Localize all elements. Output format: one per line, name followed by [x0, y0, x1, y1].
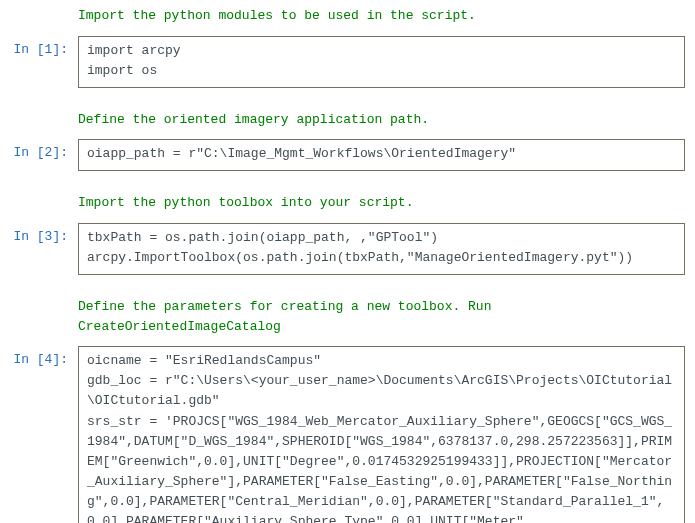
prompt-empty — [0, 2, 78, 6]
code-input-1[interactable]: import arcpy import os — [78, 36, 685, 88]
code-input-3[interactable]: tbxPath = os.path.join(oiapp_path, ,"GPT… — [78, 223, 685, 275]
markdown-text: Import the python toolbox into your scri… — [78, 189, 685, 219]
input-prompt-2: In [2]: — [0, 139, 78, 163]
code-cell-1: In [1]: import arcpy import os — [0, 34, 695, 90]
markdown-cell-4: Define the parameters for creating a new… — [0, 291, 695, 344]
markdown-cell-2: Define the oriented imagery application … — [0, 104, 695, 138]
markdown-line-1: Define the parameters for creating a new… — [78, 299, 491, 314]
code-input-4[interactable]: oicname = "EsriRedlandsCampus" gdb_loc =… — [78, 346, 685, 523]
prompt-empty — [0, 106, 78, 110]
markdown-text: Import the python modules to be used in … — [78, 2, 685, 32]
input-prompt-1: In [1]: — [0, 36, 78, 60]
markdown-cell-1: Import the python modules to be used in … — [0, 0, 695, 34]
input-prompt-3: In [3]: — [0, 223, 78, 247]
prompt-empty — [0, 293, 78, 297]
input-prompt-4: In [4]: — [0, 346, 78, 370]
prompt-empty — [0, 189, 78, 193]
code-cell-2: In [2]: oiapp_path = r"C:\Image_Mgmt_Wor… — [0, 137, 695, 173]
code-cell-4: In [4]: oicname = "EsriRedlandsCampus" g… — [0, 344, 695, 523]
markdown-line-2: CreateOrientedImageCatalog — [78, 319, 281, 334]
code-cell-3: In [3]: tbxPath = os.path.join(oiapp_pat… — [0, 221, 695, 277]
markdown-cell-3: Import the python toolbox into your scri… — [0, 187, 695, 221]
markdown-text: Define the oriented imagery application … — [78, 106, 685, 136]
markdown-text: Define the parameters for creating a new… — [78, 293, 685, 342]
code-input-2[interactable]: oiapp_path = r"C:\Image_Mgmt_Workflows\O… — [78, 139, 685, 171]
